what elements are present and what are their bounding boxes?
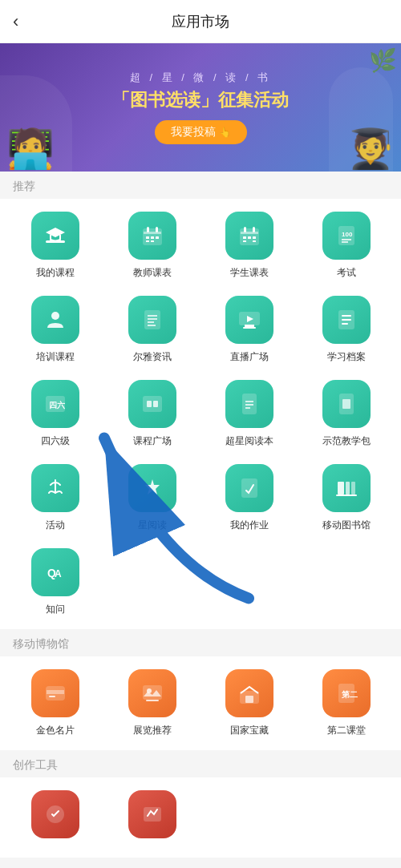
app-item-cet46[interactable]: 四六 四六级 [6, 380, 103, 448]
app-item-training-course[interactable]: 培训课程 [6, 296, 103, 364]
app-label-my-homework: 我的作业 [230, 519, 269, 532]
banner-title: 「图书选读」征集活动 [112, 88, 289, 112]
svg-rect-31 [243, 327, 256, 329]
app-icon-teacher-schedule [128, 212, 176, 260]
app-item-study-archive[interactable]: 学习档案 [298, 296, 395, 364]
app-item-creation1[interactable] [6, 790, 103, 845]
app-item-student-schedule[interactable]: 学生课表 [200, 212, 298, 280]
svg-rect-56 [49, 696, 55, 697]
app-item-demo-teaching[interactable]: 示范教学包 [298, 380, 395, 448]
svg-rect-14 [243, 236, 246, 239]
svg-rect-39 [144, 397, 161, 411]
app-item-zhiwen[interactable]: Q A 知问 [6, 548, 103, 616]
app-icon-activity [31, 464, 79, 512]
banner-title-suffix: 征集活动 [218, 90, 289, 110]
page-title: 应用市场 [172, 12, 229, 31]
svg-rect-41 [153, 401, 158, 407]
app-icon-training-course [31, 296, 79, 344]
svg-rect-6 [151, 236, 154, 239]
banner-subtitle: 超 / 星 / 微 / 读 / 书 [112, 71, 289, 85]
app-label-zhiwen: 知问 [46, 603, 65, 616]
app-item-mobile-library[interactable]: 移动图书馆 [298, 464, 395, 532]
svg-rect-17 [243, 240, 246, 242]
svg-rect-34 [342, 315, 351, 317]
app-item-course-square[interactable]: 课程广场 [103, 380, 200, 448]
svg-rect-13 [253, 227, 255, 232]
back-button[interactable]: ‹ [13, 11, 18, 32]
banner-content: 超 / 星 / 微 / 读 / 书 「图书选读」征集活动 我要投稿 [112, 71, 289, 144]
app-item-second-class[interactable]: 第二 第二课堂 [298, 669, 395, 737]
svg-point-23 [51, 312, 59, 320]
app-item-superstar-reader[interactable]: 超星阅读本 [200, 380, 298, 448]
app-grid-inner: 我的课程 教师课表 [0, 212, 401, 616]
svg-rect-61 [245, 696, 253, 703]
app-icon-my-course [31, 212, 79, 260]
svg-rect-15 [248, 236, 251, 239]
svg-rect-30 [245, 325, 254, 327]
svg-rect-45 [342, 399, 350, 409]
app-label-mobile-library: 移动图书馆 [322, 519, 371, 532]
app-item-my-course[interactable]: 我的课程 [6, 212, 103, 280]
app-icon-study-archive [322, 296, 371, 344]
app-item-star-reading[interactable]: 星阅读 [103, 464, 200, 532]
svg-rect-3 [147, 227, 149, 232]
banner-title-prefix: 「图书选读」 [112, 90, 218, 110]
app-item-teacher-schedule[interactable]: 教师课表 [103, 212, 200, 280]
app-icon-superstar-reader [225, 380, 273, 428]
svg-rect-12 [244, 227, 246, 232]
app-label-exam: 考试 [337, 266, 356, 280]
app-item-exam[interactable]: 100 考试 [298, 212, 395, 280]
app-item-national-treasure[interactable]: 国家宝藏 [200, 669, 298, 737]
app-label-cet46: 四六级 [41, 434, 70, 448]
app-grid-recommended: 我的课程 教师课表 [0, 199, 401, 629]
svg-rect-48 [346, 482, 350, 495]
svg-rect-57 [144, 686, 161, 699]
app-icon-live-square [225, 296, 273, 344]
header: ‹ 应用市场 [0, 0, 401, 43]
app-item-live-square[interactable]: 直播广场 [200, 296, 298, 364]
app-label-training-course: 培训课程 [36, 350, 75, 364]
app-label-second-class: 第二课堂 [327, 724, 366, 737]
svg-rect-59 [146, 700, 159, 701]
svg-text:四六: 四六 [49, 401, 66, 410]
app-icon-student-schedule [225, 212, 273, 260]
app-item-creation2[interactable] [103, 790, 200, 845]
app-icon-mobile-library [322, 464, 371, 512]
app-icon-erya-news [128, 296, 176, 344]
banner-person-left: 🧑‍💻 [6, 127, 55, 172]
svg-rect-8 [146, 240, 149, 242]
app-label-gold-card: 金色名片 [36, 724, 75, 737]
svg-rect-65 [144, 808, 160, 821]
banner-submit-button[interactable]: 我要投稿 [155, 120, 247, 144]
app-grid-creation [0, 777, 401, 858]
svg-text:100: 100 [342, 231, 353, 238]
app-icon-creation1 [31, 790, 79, 838]
svg-rect-35 [342, 319, 351, 321]
banner-leaves-icon: 🌿 [369, 47, 397, 74]
app-icon-demo-teaching [322, 380, 371, 428]
app-icon-second-class: 第二 [322, 669, 371, 717]
app-icon-star-reading [128, 464, 176, 512]
app-icon-zhiwen: Q A [31, 548, 79, 596]
app-icon-my-homework [225, 464, 273, 512]
app-label-national-treasure: 国家宝藏 [230, 724, 269, 737]
app-icon-course-square [128, 380, 176, 428]
app-label-exhibit-rec: 展览推荐 [133, 724, 172, 737]
app-icon-gold-card [31, 669, 79, 717]
app-icon-cet46: 四六 [31, 380, 79, 428]
app-item-my-homework[interactable]: 我的作业 [200, 464, 298, 532]
svg-rect-2 [144, 232, 161, 234]
svg-rect-11 [241, 232, 258, 234]
svg-rect-7 [156, 236, 159, 239]
section-label-creation: 创作工具 [0, 750, 401, 777]
svg-rect-4 [156, 227, 158, 232]
app-item-activity[interactable]: 活动 [6, 464, 103, 532]
app-label-erya-news: 尔雅资讯 [133, 350, 172, 364]
banner: 🌿 🧑‍💻 🧑‍🎓 超 / 星 / 微 / 读 / 书 「图书选读」征集活动 我… [0, 43, 401, 172]
app-item-gold-card[interactable]: 金色名片 [6, 669, 103, 737]
app-label-superstar-reader: 超星阅读本 [225, 434, 273, 448]
app-item-erya-news[interactable]: 尔雅资讯 [103, 296, 200, 364]
app-item-exhibit-rec[interactable]: 展览推荐 [103, 669, 200, 737]
app-label-activity: 活动 [46, 519, 65, 532]
svg-rect-47 [338, 482, 344, 495]
